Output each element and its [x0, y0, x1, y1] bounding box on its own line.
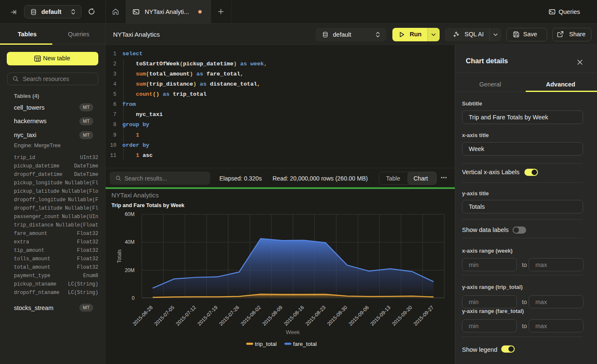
svg-text:2015-08-30: 2015-08-30	[326, 304, 349, 327]
svg-text:Week: Week	[286, 329, 300, 335]
svg-text:2015-09-06: 2015-09-06	[348, 304, 370, 327]
svg-text:0: 0	[132, 295, 135, 301]
svg-text:20M: 20M	[125, 267, 135, 273]
svg-text:2015-07-19: 2015-07-19	[196, 304, 219, 327]
svg-text:60M: 60M	[125, 211, 135, 217]
svg-text:NYTaxi Analytics: NYTaxi Analytics	[111, 191, 159, 199]
svg-text:2015-06-28: 2015-06-28	[132, 304, 154, 327]
svg-text:2015-08-02: 2015-08-02	[240, 304, 262, 327]
svg-text:2015-07-26: 2015-07-26	[218, 304, 241, 327]
svg-text:fare_total: fare_total	[293, 341, 317, 347]
svg-text:40M: 40M	[125, 239, 135, 245]
svg-text:2015-07-05: 2015-07-05	[153, 304, 176, 327]
svg-text:2015-08-09: 2015-08-09	[261, 304, 284, 327]
svg-text:2015-07-12: 2015-07-12	[175, 304, 197, 327]
svg-text:2015-08-23: 2015-08-23	[304, 304, 327, 327]
svg-text:Totals: Totals	[116, 249, 122, 263]
svg-text:2015-08-16: 2015-08-16	[283, 304, 305, 327]
svg-text:2015-09-27: 2015-09-27	[412, 304, 435, 327]
svg-text:Trip and Fare Totals by Week: Trip and Fare Totals by Week	[111, 202, 185, 208]
svg-text:2015-09-20: 2015-09-20	[391, 304, 413, 327]
svg-text:trip_total: trip_total	[255, 341, 277, 347]
svg-text:2015-09-13: 2015-09-13	[369, 304, 392, 327]
